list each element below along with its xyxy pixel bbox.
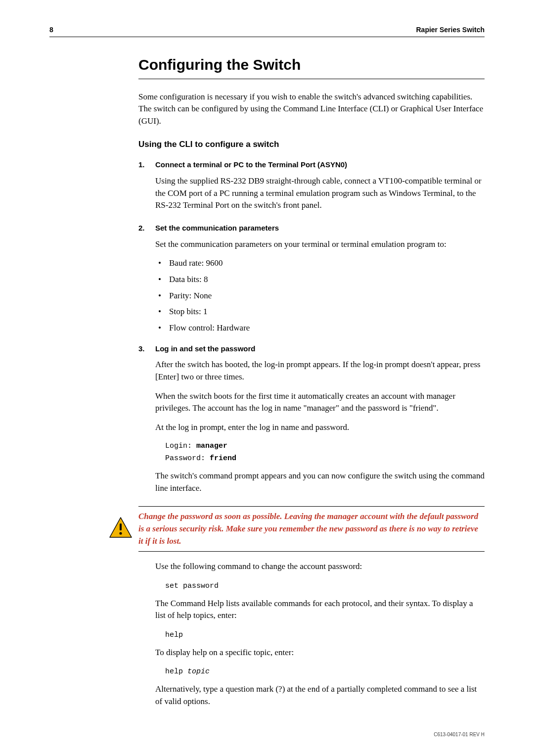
code-placeholder: topic: [187, 667, 210, 676]
step-number: 1.: [138, 159, 155, 219]
step-1: 1. Connect a terminal or PC to the Termi…: [138, 159, 485, 219]
list-item: Flow control: Hardware: [155, 322, 485, 334]
step-number: 3.: [138, 343, 155, 502]
body-paragraph: The Command Help lists available command…: [155, 598, 485, 622]
step-paragraph: When the switch boots for the first time…: [155, 390, 485, 415]
step-number: 2.: [138, 223, 155, 339]
body-paragraph: Alternatively, type a question mark (?) …: [155, 683, 485, 708]
page-number: 8: [49, 25, 53, 35]
footer-docid: C613-04017-01 REV H: [434, 731, 485, 739]
body-paragraph: Use the following command to change the …: [155, 561, 485, 573]
list-item: Baud rate: 9600: [155, 257, 485, 270]
step-paragraph: Using the supplied RS-232 DB9 straight-t…: [155, 175, 485, 212]
warning-text: Change the password as soon as possible.…: [138, 511, 485, 547]
post-warning-content: Use the following command to change the …: [138, 561, 485, 708]
section-heading: Configuring the Switch: [138, 54, 485, 79]
step-2: 2. Set the communication parameters Set …: [138, 223, 485, 339]
warning-callout: Change the password as soon as possible.…: [49, 506, 485, 552]
login-example: Login: manager Password: friend: [165, 441, 485, 465]
step-title: Log in and set the password: [155, 343, 485, 354]
step-3: 3. Log in and set the password After the…: [138, 343, 485, 502]
step-paragraph: At the log in prompt, enter the log in n…: [155, 422, 485, 434]
login-label: Login:: [165, 442, 196, 450]
step-paragraph: After the switch has booted, the log-in …: [155, 359, 485, 383]
step-title: Connect a terminal or PC to the Terminal…: [155, 159, 485, 170]
svg-point-2: [119, 532, 122, 534]
list-item: Stop bits: 1: [155, 306, 485, 318]
step-paragraph: Set the communication parameters on your…: [155, 238, 485, 251]
body-paragraph: To display help on a specific topic, ent…: [155, 647, 485, 659]
code-text: help: [165, 667, 187, 676]
step-paragraph: The switch's command prompt appears and …: [155, 470, 485, 494]
warning-icon: [109, 517, 133, 542]
parameter-list: Baud rate: 9600 Data bits: 8 Parity: Non…: [155, 257, 485, 334]
svg-rect-1: [120, 523, 122, 530]
page-header: 8 Rapier Series Switch: [49, 25, 485, 37]
code-help: help: [165, 630, 485, 641]
step-title: Set the communication parameters: [155, 223, 485, 234]
main-content: Configuring the Switch Some configuratio…: [138, 54, 485, 501]
subsection-heading: Using the CLI to configure a switch: [138, 139, 485, 151]
password-label: Password:: [165, 454, 210, 463]
intro-paragraph: Some configuration is necessary if you w…: [138, 91, 485, 128]
document-title: Rapier Series Switch: [416, 25, 485, 35]
list-item: Parity: None: [155, 290, 485, 302]
list-item: Data bits: 8: [155, 274, 485, 286]
password-value: friend: [210, 454, 236, 463]
login-value: manager: [196, 442, 227, 450]
code-set-password: set password: [165, 581, 485, 592]
code-help-topic: help topic: [165, 666, 485, 677]
